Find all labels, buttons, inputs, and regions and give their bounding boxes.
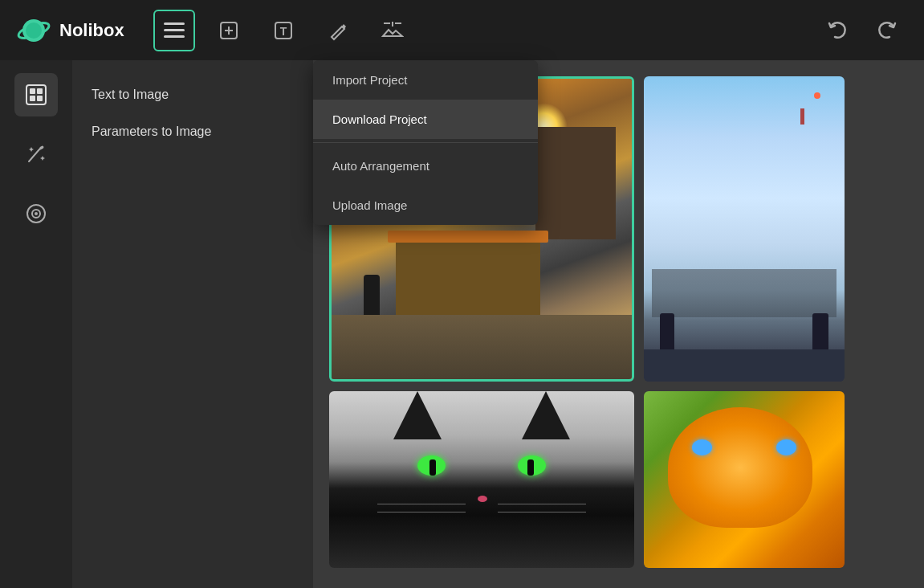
redo-button[interactable]: [866, 10, 908, 51]
dropdown-item-upload-image[interactable]: Upload Image: [313, 186, 538, 225]
svg-rect-11: [26, 85, 46, 104]
svg-rect-14: [30, 96, 35, 101]
dropdown-menu: Import Project Download Project Auto Arr…: [313, 60, 538, 225]
svg-text:T: T: [279, 25, 287, 38]
svg-point-2: [26, 22, 42, 39]
header: Nolibox T: [0, 0, 924, 60]
svg-rect-3: [164, 22, 185, 25]
header-right-controls: [816, 10, 908, 51]
logo-icon: [16, 13, 51, 48]
logo-text: Nolibox: [59, 20, 124, 41]
svg-rect-15: [37, 96, 43, 101]
svg-rect-4: [164, 29, 185, 31]
add-button[interactable]: [208, 10, 250, 51]
draw-button[interactable]: [317, 10, 359, 51]
logo-area: Nolibox: [16, 13, 124, 48]
text-icon: T: [273, 20, 294, 41]
dropdown-item-download-project[interactable]: Download Project: [313, 100, 538, 139]
text-button[interactable]: T: [263, 10, 304, 51]
menu-icon: [164, 22, 185, 39]
image-card-anime[interactable]: [644, 76, 845, 382]
add-icon: [218, 20, 239, 41]
panel-item-params-to-image[interactable]: Parameters to Image: [92, 113, 294, 150]
anime-image: [644, 76, 845, 382]
svg-rect-13: [37, 88, 43, 94]
image-button[interactable]: [372, 10, 413, 51]
sidebar-item-gallery[interactable]: [14, 73, 58, 116]
panel-item-text-to-image[interactable]: Text to Image: [92, 76, 294, 113]
undo-icon: [826, 20, 849, 41]
dropdown-item-auto-arrangement[interactable]: Auto Arrangement: [313, 146, 538, 186]
svg-rect-5: [164, 35, 185, 38]
magic-icon: [25, 143, 47, 165]
svg-point-16: [40, 147, 43, 149]
dropdown-divider: [313, 142, 538, 143]
draw-icon: [328, 20, 348, 41]
cat-image: [329, 391, 634, 568]
sidebar: [0, 60, 72, 588]
left-panel: Text to Image Parameters to Image: [72, 60, 313, 588]
svg-rect-12: [30, 88, 35, 94]
circle-icon: [25, 202, 47, 225]
svg-point-19: [35, 212, 38, 215]
menu-button[interactable]: [153, 10, 195, 51]
image-card-cat[interactable]: [329, 391, 634, 568]
image-card-cat2[interactable]: [644, 391, 845, 568]
sidebar-item-circle[interactable]: [14, 192, 58, 235]
undo-button[interactable]: [816, 10, 858, 51]
dropdown-item-import-project[interactable]: Import Project: [313, 60, 538, 100]
gallery-icon: [25, 84, 47, 106]
image-icon: [381, 20, 404, 41]
cat2-image: [644, 391, 845, 568]
redo-icon: [876, 20, 898, 41]
sidebar-item-magic[interactable]: [14, 133, 58, 176]
